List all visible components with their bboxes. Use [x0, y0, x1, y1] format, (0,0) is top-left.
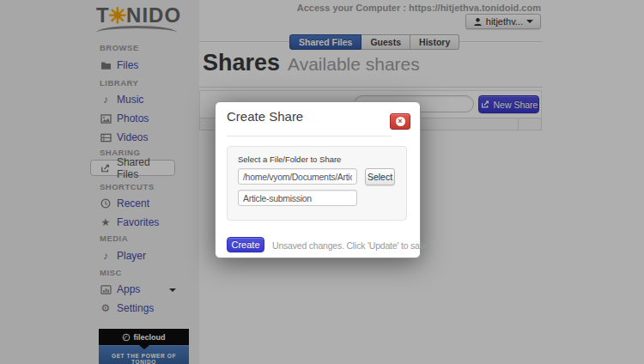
file-folder-label: Select a File/Folder to Share [238, 155, 341, 164]
create-share-modal: Create Share × Select a File/Folder to S… [215, 101, 421, 258]
share-form-panel: Select a File/Folder to Share Select [227, 146, 407, 221]
close-button[interactable]: × [390, 113, 410, 130]
modal-divider [227, 136, 392, 136]
share-name-input[interactable] [238, 190, 357, 206]
select-button[interactable]: Select [365, 168, 395, 185]
create-button[interactable]: Create [227, 237, 264, 252]
modal-title: Create Share [227, 109, 303, 124]
unsaved-changes-status: Unsaved changes. Click 'Update' to save. [272, 240, 431, 251]
close-icon: × [396, 117, 405, 126]
tonido-app: Access your Computer : https://hitjethva… [0, 0, 644, 364]
file-path-input[interactable] [238, 168, 357, 185]
